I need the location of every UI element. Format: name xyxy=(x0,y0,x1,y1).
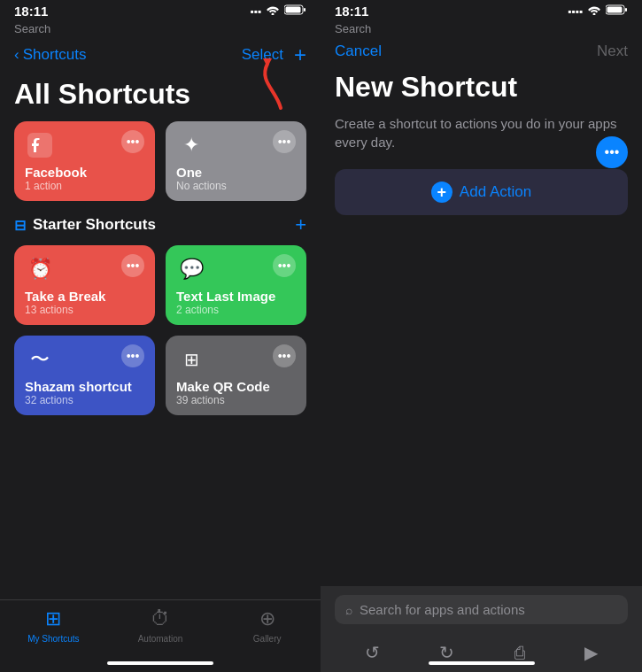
gallery-label: Gallery xyxy=(253,634,282,644)
one-menu-button[interactable]: ••• xyxy=(273,130,296,153)
facebook-icon xyxy=(25,130,55,160)
svg-rect-6 xyxy=(625,8,627,12)
take-break-menu-button[interactable]: ••• xyxy=(121,254,144,277)
section-title-label: Starter Shortcuts xyxy=(33,216,156,234)
next-button[interactable]: Next xyxy=(597,42,628,60)
make-qr-actions: 39 actions xyxy=(176,394,296,406)
search-icon: ⌕ xyxy=(345,603,352,617)
chevron-left-icon: ‹ xyxy=(14,46,19,64)
time-left: 18:11 xyxy=(14,4,48,19)
back-label: Shortcuts xyxy=(23,46,87,64)
add-shortcut-button[interactable]: + xyxy=(294,42,306,67)
run-button[interactable]: ▶ xyxy=(584,642,598,663)
tab-gallery[interactable]: ⊕ Gallery xyxy=(213,607,321,644)
one-name: One xyxy=(176,165,296,180)
automation-label: Automation xyxy=(138,634,183,644)
home-indicator-right xyxy=(429,661,535,665)
undo-button[interactable]: ↺ xyxy=(365,642,380,663)
gallery-icon: ⊕ xyxy=(259,607,275,630)
status-icons-right: ▪▪▪▪ xyxy=(568,4,628,18)
battery-icon-right xyxy=(606,4,628,18)
my-shortcuts-icon: ⊞ xyxy=(45,607,61,630)
bottom-toolbar: ↺ ↻ ⎙ ▶ xyxy=(321,633,642,672)
status-bar-left: 18:11 ▪▪▪ xyxy=(0,0,321,20)
make-qr-menu-button[interactable]: ••• xyxy=(273,344,296,367)
search-placeholder: Search for apps and actions xyxy=(360,602,525,617)
shazam-icon: 〜 xyxy=(25,344,55,375)
section-title: ⊟ Starter Shortcuts xyxy=(14,216,156,234)
redo-button[interactable]: ↻ xyxy=(439,642,454,663)
shortcut-card-make-qr[interactable]: ⊞ ••• Make QR Code 39 actions xyxy=(166,336,306,415)
time-right: 18:11 xyxy=(335,4,368,19)
svg-rect-1 xyxy=(304,8,306,12)
facebook-menu-button[interactable]: ••• xyxy=(121,130,144,153)
wifi-icon xyxy=(266,4,280,18)
add-action-label: Add Action xyxy=(460,183,531,201)
right-panel: 18:11 ▪▪▪▪ Search Cancel Next xyxy=(321,0,642,672)
take-break-actions: 13 actions xyxy=(25,304,144,316)
tab-automation[interactable]: ⏱ Automation xyxy=(107,607,214,644)
left-panel: 18:11 ▪▪▪ Search ‹ Shortcuts xyxy=(0,0,321,672)
facebook-name: Facebook xyxy=(25,165,144,180)
back-button[interactable]: ‹ Shortcuts xyxy=(14,46,86,64)
take-break-name: Take a Break xyxy=(25,289,144,304)
search-bar-container: ⌕ Search for apps and actions xyxy=(321,586,642,633)
new-shortcut-description: Create a shortcut to actions you do in y… xyxy=(321,114,642,169)
tab-bar: ⊞ My Shortcuts ⏱ Automation ⊕ Gallery xyxy=(0,599,321,672)
shortcut-card-take-break[interactable]: ⏰ ••• Take a Break 13 actions xyxy=(14,245,155,325)
add-action-plus-icon: + xyxy=(431,182,452,203)
text-last-icon: 💬 xyxy=(176,254,206,284)
section-header: ⊟ Starter Shortcuts + xyxy=(0,201,321,245)
battery-icon xyxy=(284,4,306,18)
facebook-actions: 1 action xyxy=(25,180,144,192)
share-button[interactable]: ⎙ xyxy=(514,643,525,663)
text-last-actions: 2 actions xyxy=(176,304,296,316)
one-icon: ✦ xyxy=(176,130,206,160)
my-shortcuts-label: My Shortcuts xyxy=(27,634,79,644)
one-actions: No actions xyxy=(176,180,296,192)
section-bookmark-icon: ⊟ xyxy=(14,217,26,234)
status-bar-right: 18:11 ▪▪▪▪ xyxy=(321,0,642,20)
search-hint-right: Search xyxy=(321,20,642,39)
make-qr-icon: ⊞ xyxy=(176,344,206,375)
search-input-wrapper[interactable]: ⌕ Search for apps and actions xyxy=(335,595,628,624)
shortcut-card-text-last[interactable]: 💬 ••• Text Last Image 2 actions xyxy=(166,245,306,325)
search-hint-left: Search xyxy=(0,20,321,39)
take-break-icon: ⏰ xyxy=(25,254,55,284)
text-last-name: Text Last Image xyxy=(176,289,296,304)
svg-rect-7 xyxy=(607,7,623,13)
shazam-menu-button[interactable]: ••• xyxy=(121,344,144,367)
shortcut-card-facebook[interactable]: ••• Facebook 1 action xyxy=(14,121,155,201)
make-qr-name: Make QR Code xyxy=(176,379,296,394)
svg-rect-4 xyxy=(27,133,52,158)
top-shortcuts-grid: ••• Facebook 1 action ✦ ••• One No actio… xyxy=(0,121,321,201)
shortcut-card-one[interactable]: ✦ ••• One No actions xyxy=(166,121,306,201)
arrow-overlay xyxy=(241,55,294,120)
cancel-button[interactable]: Cancel xyxy=(335,42,382,60)
svg-rect-2 xyxy=(286,7,301,13)
text-last-menu-button[interactable]: ••• xyxy=(273,254,296,277)
automation-icon: ⏱ xyxy=(151,607,170,630)
shazam-name: Shazam shortcut xyxy=(25,379,144,394)
shazam-actions: 32 actions xyxy=(25,394,144,406)
signal-icon: ▪▪▪ xyxy=(250,5,261,18)
new-shortcut-title: New Shortcut xyxy=(321,67,642,114)
nav-bar-right: Cancel Next xyxy=(321,39,642,67)
tab-my-shortcuts[interactable]: ⊞ My Shortcuts xyxy=(0,607,107,644)
section-add-button[interactable]: + xyxy=(295,213,306,236)
shortcut-card-shazam[interactable]: 〜 ••• Shazam shortcut 32 actions xyxy=(14,336,155,415)
add-action-button[interactable]: + Add Action xyxy=(335,169,628,215)
status-icons-left: ▪▪▪ xyxy=(250,4,306,18)
home-indicator-left xyxy=(107,661,213,665)
svg-marker-3 xyxy=(263,58,272,67)
signal-icon-right: ▪▪▪▪ xyxy=(568,5,583,18)
starter-shortcuts-grid: ⏰ ••• Take a Break 13 actions 💬 ••• Text… xyxy=(0,245,321,415)
wifi-icon-right xyxy=(587,4,601,18)
